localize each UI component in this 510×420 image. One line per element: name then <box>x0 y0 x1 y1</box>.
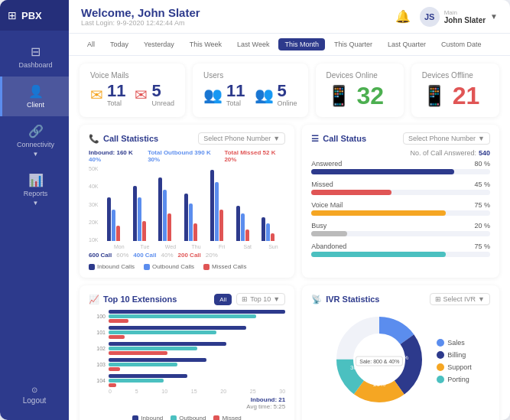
call-statistics-title: 📞 Call Statistics <box>89 134 158 144</box>
voicemails-title: Voice Mails <box>90 71 174 80</box>
extensions-filter-all[interactable]: All <box>214 294 232 305</box>
bar-chart: 50K 40K 30K 20K 10K <box>89 166 285 243</box>
status-abandoned-bar <box>311 252 445 257</box>
x-label-wed: Wed <box>158 244 183 249</box>
voicemail-total-label: Total <box>107 99 125 107</box>
bar-inbound <box>236 206 240 242</box>
x-label-fri: Fri <box>210 244 234 249</box>
bar-outbound <box>241 213 245 241</box>
call-status-phone-select[interactable]: Select Phone Number ▼ <box>403 132 490 145</box>
filter-last-quarter[interactable]: Last Quarter <box>382 38 432 50</box>
notification-bell-icon[interactable]: 🔔 <box>395 9 411 24</box>
voicemail-unread-label: Unread <box>151 99 174 107</box>
status-answered-bar-bg <box>311 169 490 174</box>
logout-button[interactable]: ⊙ Logout <box>6 379 63 411</box>
ext-bar-inbound <box>109 310 285 314</box>
donut-legend-sales-dot <box>437 339 444 347</box>
sidebar-navigation: ⊟ Dashboard 👤 Client 🔗 Connectivity ▼ 📊 … <box>0 31 69 370</box>
ext-legend-inbound-label: Inbound <box>141 415 163 420</box>
sidebar-logo: ⊞ PBX <box>0 0 69 31</box>
ivr-icon: 📡 <box>311 295 322 304</box>
total-missed-stat: 200 Call <box>178 252 201 259</box>
stat-inbound-value: Inbound: 160 K 40% <box>89 149 143 163</box>
bar-outbound <box>163 190 167 241</box>
voicemail-total-item: ✉ 11 Total <box>90 83 125 107</box>
ext-x-5: 5 <box>135 389 138 394</box>
voicemail-unread-num: 5 <box>151 83 174 99</box>
ext-label: 101 <box>89 330 106 335</box>
sidebar-logo-text: PBX <box>21 10 42 21</box>
sidebar-item-reports[interactable]: 📊 Reports ▼ <box>0 165 69 214</box>
reports-arrow-icon: ▼ <box>33 200 39 207</box>
ext-bar-missed <box>109 319 128 323</box>
filter-custom-date[interactable]: Custom Date <box>435 38 488 50</box>
filter-this-month[interactable]: This Month <box>278 38 325 50</box>
user-menu[interactable]: JS Main John Slater ▼ <box>420 7 498 27</box>
ext-bar-missed <box>109 383 116 387</box>
bar-inbound <box>107 197 111 241</box>
pbx-logo-icon: ⊞ <box>8 9 17 21</box>
bar-inbound <box>158 177 162 241</box>
total-inbound-stat: 600 Call <box>89 252 112 259</box>
ext-bar-outbound <box>109 379 164 383</box>
status-abandoned-label: Abandoned <box>311 243 346 250</box>
ext-bar-outbound <box>109 347 197 350</box>
donut-legend-billing-label: Billing <box>447 351 466 359</box>
bar-missed <box>116 226 120 242</box>
call-statistics-phone-select[interactable]: Select Phone Number ▼ <box>198 132 285 145</box>
users-values: 👥 11 Total 👥 5 Online <box>203 83 297 107</box>
ext-bars-group <box>109 342 285 355</box>
ext-label: 103 <box>89 362 106 367</box>
extensions-icon: 📈 <box>89 295 99 304</box>
ext-bar-inbound <box>109 374 187 378</box>
status-voicemail: Voice Mail 75 % <box>311 201 490 216</box>
sidebar-item-connectivity[interactable]: 🔗 Connectivity ▼ <box>0 116 69 165</box>
filter-this-quarter[interactable]: This Quarter <box>328 38 378 50</box>
stat-outbound-value: Total Outbound 390 K 30% <box>148 149 219 163</box>
bar-missed <box>245 230 249 242</box>
x-label-tue: Tue <box>133 244 158 249</box>
connectivity-icon: 🔗 <box>28 124 44 138</box>
users-title: Users <box>203 71 297 80</box>
filter-last-week[interactable]: Last Week <box>231 38 275 50</box>
x-label-sat: Sat <box>236 244 260 249</box>
total-outbound-stat2: 40% <box>161 252 174 259</box>
status-busy: Busy 20 % <box>311 222 490 236</box>
filter-today[interactable]: Today <box>104 38 135 50</box>
devices-online-card: Devices Online 📱 32 <box>316 63 404 117</box>
status-abandoned-header: Abandoned 75 % <box>311 243 490 250</box>
user-dropdown-icon: ▼ <box>490 12 498 21</box>
header-last-login: Last Login: 9-9-2020 12:42:44 Am <box>81 19 200 27</box>
legend-outbound: Outbound Calls <box>144 263 194 270</box>
donut-label-40: 40% <box>373 335 385 342</box>
ext-bar-row: 102 <box>89 342 285 355</box>
call-status-select-chevron-icon: ▼ <box>478 135 485 142</box>
filter-yesterday[interactable]: Yesterday <box>138 38 180 50</box>
sidebar-item-dashboard[interactable]: ⊟ Dashboard <box>0 37 69 77</box>
ivr-select[interactable]: ⊞ Select IVR ▼ <box>430 293 490 305</box>
extensions-top-select[interactable]: ⊞ Top 10 ▼ <box>236 293 285 305</box>
voicemail-total-num: 11 <box>107 83 125 99</box>
ext-bar-outbound <box>109 363 177 366</box>
voicemail-unread-icon: ✉ <box>135 86 148 104</box>
bar-outbound <box>266 223 270 241</box>
bar-chart-yaxis: 50K 40K 30K 20K 10K <box>89 166 98 243</box>
ext-label: 104 <box>89 378 106 383</box>
ext-bar-missed <box>109 367 120 371</box>
users-total-label: Total <box>226 99 245 107</box>
status-voicemail-label: Voice Mail <box>311 201 343 209</box>
filter-all[interactable]: All <box>81 38 101 50</box>
dashboard-icon: ⊟ <box>31 44 41 59</box>
filter-this-week[interactable]: This Week <box>184 38 228 50</box>
ext-x-20: 20 <box>220 389 226 394</box>
bar-missed <box>271 233 274 241</box>
ext-bar-missed <box>109 335 125 339</box>
ivr-header: 📡 IVR Statistics ⊞ Select IVR ▼ <box>311 293 490 305</box>
devices-online-num: 32 <box>357 83 385 109</box>
sidebar-item-client[interactable]: 👤 Client <box>0 77 69 116</box>
legend-missed: Missed Calls <box>203 263 246 270</box>
call-status-header: ☰ Call Status Select Phone Number ▼ <box>311 132 490 145</box>
extensions-chart-area: 100101102103104 0 5 10 15 20 25 30 Inbou… <box>89 310 285 410</box>
extensions-overlay: Inbound: 21 Avg time: 5:25 <box>89 396 285 410</box>
extensions-avg-overlay: Avg time: 5:25 <box>89 403 285 410</box>
